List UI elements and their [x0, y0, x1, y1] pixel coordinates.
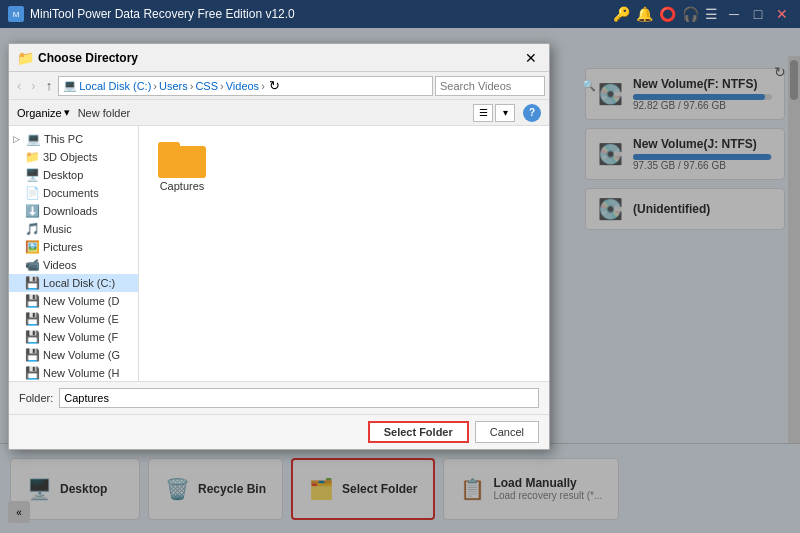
crumb-css[interactable]: CSS	[195, 80, 218, 92]
pc-icon: 💻	[63, 79, 77, 92]
tree-item-desktop[interactable]: 🖥️ Desktop	[9, 166, 138, 184]
dialog-title-bar: 📁 Choose Directory ✕	[9, 44, 549, 72]
dialog-content: ▷ 💻 This PC 📁 3D Objects 🖥️ Desktop 📄 Do…	[9, 126, 549, 381]
tree-item-vol-e[interactable]: 💾 New Volume (E	[9, 310, 138, 328]
title-icons: 🔑 🔔 ⭕ 🎧 ☰	[613, 6, 718, 22]
folder-input-row: Folder:	[9, 381, 549, 414]
window-controls: ─ □ ✕	[724, 4, 792, 24]
tree-item-3dobjects[interactable]: 📁 3D Objects	[9, 148, 138, 166]
select-folder-button[interactable]: Select Folder	[368, 421, 469, 443]
forward-button[interactable]: ›	[27, 76, 39, 95]
tree-item-vol-d[interactable]: 💾 New Volume (D	[9, 292, 138, 310]
folder-input[interactable]	[59, 388, 539, 408]
maximize-button[interactable]: □	[748, 4, 768, 24]
minimize-button[interactable]: ─	[724, 4, 744, 24]
tree-item-vol-f[interactable]: 💾 New Volume (F	[9, 328, 138, 346]
circle-icon[interactable]: ⭕	[659, 6, 676, 22]
title-bar: M MiniTool Power Data Recovery Free Edit…	[0, 0, 800, 28]
new-folder-button[interactable]: New folder	[78, 107, 131, 119]
cancel-button[interactable]: Cancel	[475, 421, 539, 443]
crumb-videos[interactable]: Videos	[226, 80, 259, 92]
search-input[interactable]	[440, 80, 578, 92]
back-button[interactable]: ‹	[13, 76, 25, 95]
tree-item-localdisk[interactable]: 💾 Local Disk (C:)	[9, 274, 138, 292]
dialog-folder-icon: 📁	[17, 50, 34, 66]
dialog-toolbar: ‹ › ↑ 💻 Local Disk (C:) › Users › CSS › …	[9, 72, 549, 100]
tree-item-vol-g[interactable]: 💾 New Volume (G	[9, 346, 138, 364]
address-bar[interactable]: 💻 Local Disk (C:) › Users › CSS › Videos…	[58, 76, 433, 96]
headphone-icon[interactable]: 🎧	[682, 6, 699, 22]
close-button[interactable]: ✕	[772, 4, 792, 24]
folder-icon-captures	[158, 138, 206, 178]
up-button[interactable]: ↑	[42, 76, 57, 95]
tree-item-documents[interactable]: 📄 Documents	[9, 184, 138, 202]
bell-icon[interactable]: 🔔	[636, 6, 653, 22]
tree-item-vol-h[interactable]: 💾 New Volume (H	[9, 364, 138, 381]
folder-label: Folder:	[19, 392, 53, 404]
tree-item-videos[interactable]: 📹 Videos	[9, 256, 138, 274]
search-icon: 🔍	[582, 79, 596, 92]
tree-panel: ▷ 💻 This PC 📁 3D Objects 🖥️ Desktop 📄 Do…	[9, 126, 139, 381]
file-area: Captures	[139, 126, 549, 381]
tree-item-downloads[interactable]: ⬇️ Downloads	[9, 202, 138, 220]
refresh-address-button[interactable]: ↻	[267, 78, 282, 93]
choose-directory-dialog: 📁 Choose Directory ✕ ‹ › ↑ 💻 Local Disk …	[8, 43, 550, 450]
organize-bar: Organize ▾ New folder ☰ ▾ ?	[9, 100, 549, 126]
file-item-captures[interactable]: Captures	[147, 134, 217, 196]
view-list-button[interactable]: ☰	[473, 104, 493, 122]
app-icon: M	[8, 6, 24, 22]
organize-button[interactable]: Organize ▾	[17, 106, 70, 119]
help-button[interactable]: ?	[523, 104, 541, 122]
dialog-buttons: Select Folder Cancel	[9, 414, 549, 449]
app-body: 💽 New Volume(F: NTFS) 92.82 GB / 97.66 G…	[0, 28, 800, 533]
search-box[interactable]: 🔍	[435, 76, 545, 96]
tree-item-music[interactable]: 🎵 Music	[9, 220, 138, 238]
tree-item-pictures[interactable]: 🖼️ Pictures	[9, 238, 138, 256]
dialog-close-button[interactable]: ✕	[521, 48, 541, 68]
organize-chevron-icon: ▾	[64, 106, 70, 119]
crumb-localdisk[interactable]: Local Disk (C:)	[79, 80, 151, 92]
view-dropdown-button[interactable]: ▾	[495, 104, 515, 122]
app-title: MiniTool Power Data Recovery Free Editio…	[30, 7, 607, 21]
view-icons: ☰ ▾	[473, 104, 515, 122]
tree-item-thispc[interactable]: ▷ 💻 This PC	[9, 130, 138, 148]
key-icon[interactable]: 🔑	[613, 6, 630, 22]
menu-icon[interactable]: ☰	[705, 6, 718, 22]
crumb-users[interactable]: Users	[159, 80, 188, 92]
